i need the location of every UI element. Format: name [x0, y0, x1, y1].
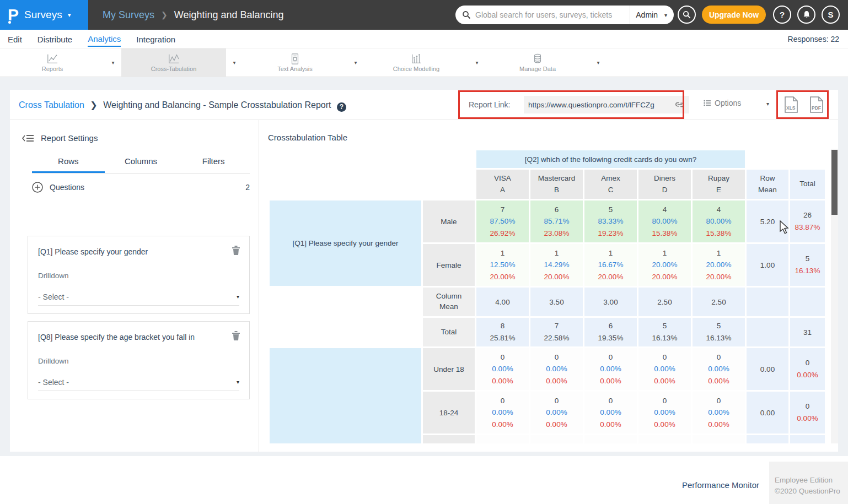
crosstab-cell: 120.00%20.00% [693, 244, 745, 286]
report-help-icon[interactable]: ? [337, 102, 346, 112]
question-title: [Q8] Please specify the age bracket you … [38, 333, 223, 342]
link-icon[interactable] [675, 101, 685, 108]
nav-item-analytics[interactable]: Analytics [88, 31, 121, 47]
crosstab-cell: 00.00%0.00% [638, 348, 691, 390]
row-mean-cell: 1.00 [747, 244, 788, 286]
drilldown-label: Drilldown [38, 272, 69, 280]
cross-tab-chart-icon [168, 53, 180, 64]
chevron-down-icon[interactable]: ▾ [105, 59, 121, 66]
row-label: 18-24 [423, 392, 475, 433]
column-header: RupayE [693, 170, 745, 199]
row-label: Under 18 [423, 348, 475, 390]
row-mean-cell: 0.00 [747, 348, 788, 390]
total-row-label: Total [423, 318, 475, 346]
crosstab-cell [530, 435, 583, 443]
total-header: Total [790, 170, 825, 199]
row-label: Male [423, 200, 475, 242]
report-settings-panel: Report Settings Rows Columns Filters Que… [10, 120, 259, 452]
help-button[interactable]: ? [773, 6, 791, 24]
row-total-cell: 00.00% [790, 348, 825, 390]
product-switcher[interactable]: P Surveys ▾ [0, 0, 88, 30]
toolbar-text-analysis[interactable]: Text Analysis [243, 48, 347, 77]
toolbar-reports[interactable]: Reports [0, 48, 105, 77]
export-xls-icon[interactable]: XLS [784, 96, 798, 113]
tab-filters[interactable]: Filters [177, 156, 250, 173]
delete-question-icon[interactable] [232, 330, 240, 340]
delete-question-icon[interactable] [232, 245, 240, 255]
nav-item-distribute[interactable]: Distribute [37, 31, 72, 46]
column-total-cell: 516.13% [693, 318, 745, 346]
notifications-button[interactable] [797, 6, 815, 24]
search-scope-selector[interactable]: Admin [630, 6, 663, 24]
crosstab-cell: 00.00%0.00% [584, 392, 637, 433]
options-label: Options [715, 99, 741, 107]
tab-rows[interactable]: Rows [32, 156, 105, 173]
drilldown-select-value: - Select - [38, 378, 69, 387]
drilldown-label: Drilldown [38, 357, 69, 365]
crosstab-cell: 00.00%0.00% [693, 348, 745, 390]
spacer-cell [270, 288, 421, 316]
chevron-down-icon[interactable]: ▾ [663, 12, 667, 18]
toolbar-label: Reports [42, 66, 63, 72]
collapse-panel-icon [22, 134, 34, 142]
row-total-cell: 2683.87% [790, 200, 825, 242]
edition-info: Employee Edition ©2020 QuestionPro [769, 462, 848, 504]
chevron-down-icon[interactable]: ▾ [347, 59, 364, 66]
performance-monitor-link[interactable]: Performance Monitor [682, 480, 759, 490]
toolbar-choice-modelling[interactable]: Choice Modelling [364, 48, 469, 77]
upgrade-now-button[interactable]: Upgrade Now [702, 6, 766, 24]
search-input[interactable] [475, 10, 630, 19]
avatar-initial: S [828, 10, 833, 19]
crosstab-cell [638, 435, 691, 443]
bell-icon [803, 10, 811, 19]
chevron-down-icon[interactable]: ▾ [226, 59, 243, 66]
chevron-down-icon[interactable]: ▾ [766, 101, 769, 107]
question-mark-icon: ? [780, 10, 785, 19]
toolbar-label: Cross-Tabulation [151, 66, 197, 72]
crosstab-cell: 114.29%20.00% [530, 244, 583, 286]
question-card-q8: [Q8] Please specify the age bracket you … [28, 321, 250, 399]
global-search: Admin ▾ [455, 6, 674, 24]
options-button[interactable]: Options [704, 99, 741, 107]
vertical-scrollbar[interactable] [831, 149, 838, 443]
account-avatar[interactable]: S [822, 6, 840, 24]
spacer-cell [270, 150, 475, 168]
drilldown-select[interactable]: - Select - ▾ [38, 373, 239, 391]
chevron-down-icon[interactable]: ▾ [590, 59, 607, 66]
svg-text:PDF: PDF [812, 105, 821, 111]
question-title: [Q1] Please specify your gender [38, 247, 223, 256]
column-header: VISAA [476, 170, 529, 199]
nav-item-integration[interactable]: Integration [136, 31, 175, 46]
cross-tabulation-link[interactable]: Cross Tabulation [19, 100, 84, 110]
tab-columns[interactable]: Columns [105, 156, 178, 173]
column-mean-cell: 3.50 [530, 288, 583, 316]
crosstab-cell: 685.71%23.08% [530, 200, 583, 242]
document-icon [289, 53, 301, 64]
drilldown-select-value: - Select - [38, 292, 69, 301]
scrollbar-thumb[interactable] [831, 150, 838, 215]
breadcrumb-my-surveys[interactable]: My Surveys [103, 9, 154, 21]
report-settings-toggle[interactable]: Report Settings [22, 133, 98, 143]
nav-item-edit[interactable]: Edit [8, 31, 22, 46]
breadcrumb-separator-icon: ❯ [161, 10, 168, 19]
search-button[interactable] [678, 6, 696, 24]
report-link-url[interactable]: https://www.questionpro.com/t/lFFCZg [528, 101, 675, 109]
crosstab-cell: 00.00%0.00% [584, 348, 637, 390]
row-total-cell: 516.13% [790, 244, 825, 286]
column-question-header: [Q2] which of the following credit cards… [476, 150, 745, 168]
chevron-down-icon[interactable]: ▾ [469, 59, 485, 66]
export-pdf-icon[interactable]: PDF [809, 96, 824, 113]
crosstab-table: [Q2] which of the following credit cards… [268, 149, 826, 443]
toolbar-manage-data[interactable]: Manage Data [485, 48, 590, 77]
edition-line2: ©2020 QuestionPro [775, 486, 848, 497]
column-header: AmexC [584, 170, 637, 199]
add-question-button[interactable] [32, 182, 43, 193]
scatter-chart-icon [410, 53, 422, 64]
questionpro-logo-icon: P [8, 7, 19, 23]
drilldown-select[interactable]: - Select - ▾ [38, 288, 239, 306]
report-link-field[interactable]: https://www.questionpro.com/t/lFFCZg [524, 96, 689, 113]
crosstab-cell: 00.00%0.00% [476, 348, 529, 390]
column-mean-cell: 2.50 [638, 288, 691, 316]
spacer-cell [270, 318, 421, 346]
toolbar-cross-tabulation[interactable]: Cross-Tabulation [121, 48, 226, 77]
